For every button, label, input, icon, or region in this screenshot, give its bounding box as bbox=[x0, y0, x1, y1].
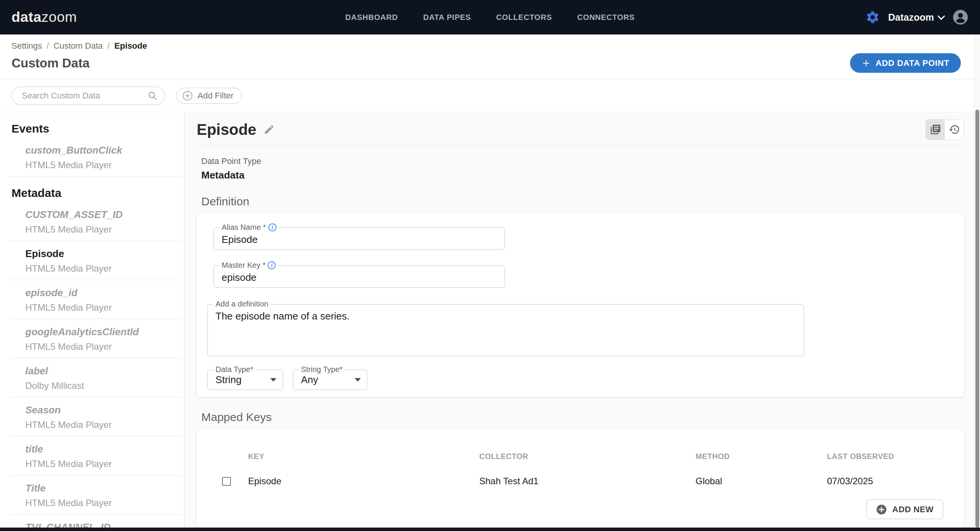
add-new-label: ADD NEW bbox=[892, 505, 934, 515]
mapped-keys-view-button[interactable] bbox=[926, 120, 945, 139]
col-collector: COLLECTOR bbox=[479, 452, 696, 461]
item-name: custom_ButtonClick bbox=[25, 144, 180, 156]
master-key-field[interactable]: Master Key * i episode bbox=[214, 266, 505, 288]
breadcrumb-current: Episode bbox=[114, 41, 147, 51]
primary-nav: DASHBOARD DATA PIPES COLLECTORS CONNECTO… bbox=[345, 13, 635, 22]
breadcrumb-custom-data[interactable]: Custom Data bbox=[54, 41, 103, 51]
history-view-button[interactable] bbox=[945, 120, 964, 139]
add-data-point-label: ADD DATA POINT bbox=[875, 58, 949, 68]
alias-name-label: Alias Name * bbox=[222, 223, 266, 232]
plus-icon bbox=[862, 59, 871, 68]
item-source: HTML5 Media Player bbox=[25, 459, 180, 469]
bottom-scrollbar[interactable] bbox=[0, 528, 980, 531]
definition-card: Alias Name * i Episode Master Key * i ep… bbox=[197, 213, 964, 397]
view-toggle bbox=[926, 119, 964, 140]
item-name: Title bbox=[25, 482, 180, 494]
string-type-label: String Type* bbox=[301, 365, 343, 374]
item-source: HTML5 Media Player bbox=[25, 263, 180, 274]
info-icon[interactable]: i bbox=[268, 261, 276, 269]
history-icon bbox=[949, 124, 960, 135]
col-key: KEY bbox=[248, 452, 479, 461]
breadcrumb-separator: / bbox=[107, 41, 110, 51]
sidebar-item-episode[interactable]: Episode HTML5 Media Player bbox=[0, 241, 184, 280]
settings-gear-icon[interactable] bbox=[865, 10, 880, 25]
logo-bold-part: data bbox=[12, 9, 41, 25]
breadcrumb: Settings / Custom Data / Episode bbox=[0, 34, 980, 51]
data-point-type-value: Metadata bbox=[201, 169, 964, 181]
data-type-label: Data Type* bbox=[215, 365, 253, 374]
search-box[interactable] bbox=[12, 87, 165, 105]
item-name: Season bbox=[25, 404, 180, 416]
data-points-sidebar: Events custom_ButtonClick HTML5 Media Pl… bbox=[0, 112, 184, 531]
sidebar-item-google-analytics-clientid[interactable]: googleAnalyticsClientId HTML5 Media Play… bbox=[0, 319, 184, 358]
nav-dashboard[interactable]: DASHBOARD bbox=[345, 13, 398, 22]
data-type-value: String bbox=[215, 374, 242, 386]
nav-collectors[interactable]: COLLECTORS bbox=[496, 13, 552, 22]
sidebar-section-metadata: Metadata bbox=[12, 187, 184, 200]
add-new-button[interactable]: ADD NEW bbox=[867, 500, 943, 519]
org-name: Datazoom bbox=[888, 12, 934, 23]
sidebar-item-season[interactable]: Season HTML5 Media Player bbox=[0, 397, 184, 436]
vertical-scrollbar-thumb[interactable] bbox=[975, 110, 979, 528]
mapped-key-row[interactable]: Episode Shah Test Ad1 Global 07/03/2025 bbox=[197, 467, 964, 495]
org-switcher[interactable]: Datazoom bbox=[888, 12, 944, 23]
item-source: HTML5 Media Player bbox=[25, 160, 180, 170]
datazoom-logo[interactable]: datazoom bbox=[12, 9, 77, 25]
item-name: googleAnalyticsClientId bbox=[25, 326, 180, 338]
data-point-type-label: Data Point Type bbox=[201, 156, 964, 166]
nav-data-pipes[interactable]: DATA PIPES bbox=[423, 13, 471, 22]
edit-title-button[interactable] bbox=[263, 124, 275, 135]
nav-connectors[interactable]: CONNECTORS bbox=[577, 13, 635, 22]
string-type-value: Any bbox=[301, 374, 318, 386]
data-point-title: Episode bbox=[197, 121, 257, 138]
alias-name-field[interactable]: Alias Name * i Episode bbox=[214, 228, 505, 250]
info-icon[interactable]: i bbox=[268, 223, 276, 231]
cell-method: Global bbox=[696, 476, 827, 487]
sidebar-item-label[interactable]: label Dolby Millicast bbox=[0, 358, 184, 397]
add-data-point-button[interactable]: ADD DATA POINT bbox=[850, 53, 961, 73]
add-filter-button[interactable]: Add Filter bbox=[176, 88, 242, 104]
detail-panel: Episode Data Po bbox=[184, 112, 980, 531]
definition-textarea[interactable]: Add a definition The episode name of a s… bbox=[207, 304, 804, 356]
sidebar-item-custom-buttonclick[interactable]: custom_ButtonClick HTML5 Media Player bbox=[0, 138, 184, 177]
filter-toolbar: Add Filter bbox=[0, 79, 980, 112]
cell-key: Episode bbox=[248, 476, 479, 487]
item-source: Dolby Millicast bbox=[25, 380, 180, 391]
breadcrumb-separator: / bbox=[47, 41, 49, 51]
circle-plus-icon bbox=[182, 90, 193, 101]
item-source: HTML5 Media Player bbox=[25, 341, 180, 352]
row-checkbox[interactable] bbox=[222, 477, 231, 486]
vertical-scrollbar-track[interactable] bbox=[974, 34, 980, 528]
user-avatar-icon[interactable] bbox=[952, 9, 968, 25]
search-icon[interactable] bbox=[148, 91, 158, 101]
string-type-select[interactable]: String Type* Any bbox=[293, 370, 367, 390]
logo-light-part: zoom bbox=[41, 9, 77, 25]
panel-divider bbox=[197, 145, 964, 146]
item-source: HTML5 Media Player bbox=[25, 498, 180, 508]
item-name: CUSTOM_ASSET_ID bbox=[25, 209, 180, 221]
chevron-down-icon bbox=[937, 12, 945, 20]
item-name: title bbox=[25, 443, 180, 455]
search-input[interactable] bbox=[22, 91, 148, 101]
page-header: Settings / Custom Data / Episode Custom … bbox=[0, 34, 980, 79]
data-type-select[interactable]: Data Type* String bbox=[207, 370, 283, 390]
pencil-icon bbox=[263, 124, 275, 135]
item-name: label bbox=[25, 365, 180, 377]
sidebar-item-custom-asset-id[interactable]: CUSTOM_ASSET_ID HTML5 Media Player bbox=[0, 202, 184, 241]
cell-last-observed: 07/03/2025 bbox=[827, 476, 964, 487]
col-method: METHOD bbox=[696, 452, 827, 461]
item-name: Episode bbox=[25, 248, 180, 260]
sidebar-item-episode-id[interactable]: episode_id HTML5 Media Player bbox=[0, 280, 184, 319]
item-name: episode_id bbox=[25, 287, 180, 299]
sidebar-item-title-lower[interactable]: title HTML5 Media Player bbox=[0, 436, 184, 475]
item-source: HTML5 Media Player bbox=[25, 224, 180, 235]
definition-label: Add a definition bbox=[215, 300, 268, 308]
sidebar-section-events: Events bbox=[12, 122, 184, 135]
definition-value: The episode name of a series. bbox=[208, 305, 804, 322]
col-last-observed: LAST OBSERVED bbox=[827, 452, 964, 461]
cell-collector: Shah Test Ad1 bbox=[479, 476, 696, 487]
master-key-label: Master Key * bbox=[222, 261, 265, 270]
sidebar-item-title-upper[interactable]: Title HTML5 Media Player bbox=[0, 475, 184, 515]
mapped-keys-heading: Mapped Keys bbox=[201, 411, 964, 424]
breadcrumb-settings[interactable]: Settings bbox=[12, 41, 42, 51]
